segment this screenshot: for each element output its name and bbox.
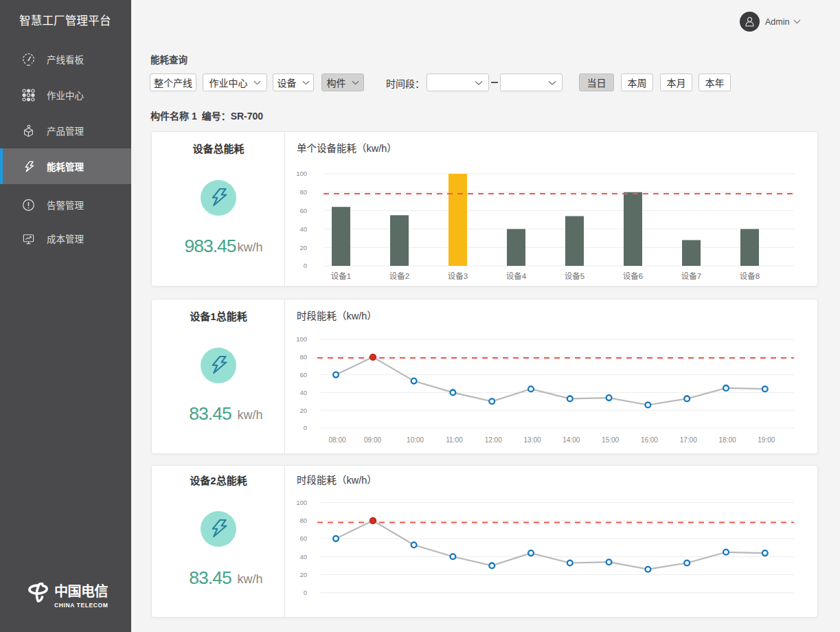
svg-text:10:00: 10:00 — [407, 436, 424, 444]
svg-text:11:00: 11:00 — [446, 436, 463, 444]
svg-text:12:00: 12:00 — [485, 436, 502, 444]
svg-text:20: 20 — [299, 571, 307, 578]
svg-text:0: 0 — [304, 589, 307, 596]
svg-text:20: 20 — [299, 244, 307, 251]
svg-text:20: 20 — [299, 407, 307, 414]
svg-text:设备6: 设备6 — [623, 271, 643, 280]
svg-text:80: 80 — [299, 188, 307, 196]
svg-text:14:00: 14:00 — [563, 436, 580, 444]
svg-text:60: 60 — [299, 534, 307, 542]
svg-text:80: 80 — [299, 517, 307, 524]
svg-text:时段能耗（kw/h）: 时段能耗（kw/h） — [297, 475, 377, 486]
svg-text:08:00: 08:00 — [328, 436, 345, 444]
svg-text:100: 100 — [296, 335, 307, 343]
svg-text:100: 100 — [296, 170, 307, 177]
svg-text:19:00: 19:00 — [758, 436, 775, 444]
svg-text:0: 0 — [304, 262, 307, 269]
svg-text:设备1: 设备1 — [331, 271, 351, 280]
svg-text:时段能耗（kw/h）: 时段能耗（kw/h） — [297, 311, 377, 321]
svg-text:单个设备能耗（kw/h）: 单个设备能耗（kw/h） — [297, 143, 397, 154]
svg-text:13:00: 13:00 — [523, 436, 541, 444]
svg-text:0: 0 — [304, 424, 307, 431]
svg-text:设备3: 设备3 — [448, 271, 468, 280]
svg-text:设备8: 设备8 — [740, 271, 760, 280]
svg-text:设备5: 设备5 — [565, 271, 584, 280]
svg-text:16:00: 16:00 — [641, 436, 658, 444]
svg-text:设备2: 设备2 — [389, 271, 409, 280]
svg-text:18:00: 18:00 — [718, 436, 736, 444]
svg-text:40: 40 — [299, 553, 307, 561]
svg-text:80: 80 — [299, 353, 307, 361]
svg-text:40: 40 — [299, 225, 307, 233]
svg-text:15:00: 15:00 — [602, 436, 619, 444]
svg-text:17:00: 17:00 — [680, 436, 697, 444]
svg-text:100: 100 — [296, 499, 307, 506]
svg-text:60: 60 — [299, 371, 307, 379]
svg-text:设备7: 设备7 — [681, 271, 701, 280]
svg-text:09:00: 09:00 — [364, 436, 381, 444]
svg-text:40: 40 — [299, 389, 307, 396]
svg-text:60: 60 — [299, 207, 307, 214]
svg-text:设备4: 设备4 — [506, 271, 527, 280]
